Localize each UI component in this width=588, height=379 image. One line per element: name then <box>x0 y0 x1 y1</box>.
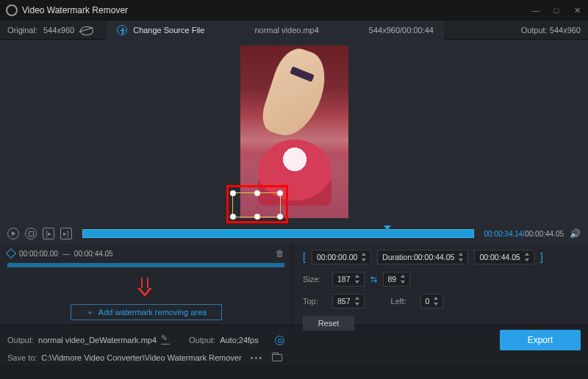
segment-duration-bar[interactable] <box>7 263 284 267</box>
range-start-bracket-icon[interactable]: [ <box>303 251 306 263</box>
source-tab: Change Source File normal video.mp4 544x… <box>107 21 444 40</box>
total-time: 00:00:44.05 <box>525 230 564 238</box>
time-range-row: [ 00:00:00.00 Duration:00:00:44.05 00:00… <box>303 250 578 264</box>
add-watermark-label: Add watermark removing area <box>98 308 207 317</box>
segment-start: 00:00:00.00 <box>19 250 58 258</box>
plus-icon: ＋ <box>86 307 94 318</box>
resize-handle[interactable] <box>277 190 283 196</box>
end-time-stepper[interactable] <box>523 252 531 262</box>
playback-bar: [▸ ▸] 00:00:34.14/00:00:44.05 🔊 <box>0 223 588 244</box>
annotation-arrow-icon <box>138 278 151 298</box>
output-file-label: Output: <box>7 336 34 344</box>
window-controls: — □ ✕ <box>531 6 582 15</box>
left-stepper[interactable] <box>432 296 440 306</box>
watermark-selection-area[interactable] <box>232 192 281 217</box>
start-time-stepper[interactable] <box>360 252 368 262</box>
top-field[interactable]: 857 <box>332 294 365 308</box>
source-filename: normal video.mp4 <box>254 26 318 35</box>
output-settings-icon[interactable] <box>275 336 284 345</box>
output-row: Output: normal video_DeWatermark.mp4 Out… <box>7 330 581 350</box>
left-field[interactable]: 0 <box>420 294 444 308</box>
change-source-button[interactable]: Change Source File <box>133 26 204 35</box>
size-height-field[interactable]: 89 <box>383 272 411 286</box>
parameters-area: 00:00:00.00 — 00:00:44.05 🗑 ＋ Add waterm… <box>0 244 588 325</box>
current-time: 00:00:34.14 <box>484 230 523 238</box>
time-readout: 00:00:34.14/00:00:44.05 <box>484 230 564 238</box>
titlebar: Video Watermark Remover — □ ✕ <box>0 0 588 21</box>
reset-row: Reset <box>303 316 578 331</box>
end-time-value: 00:00:44.05 <box>479 253 520 261</box>
segments-panel: 00:00:00.00 — 00:00:44.05 🗑 ＋ Add waterm… <box>0 244 293 325</box>
top-stepper[interactable] <box>354 296 361 306</box>
add-watermark-area-button[interactable]: ＋ Add watermark removing area <box>71 304 222 320</box>
export-button[interactable]: Export <box>500 330 581 350</box>
original-res-info: Original: 544x960 <box>7 26 92 35</box>
size-height-stepper[interactable] <box>399 274 406 284</box>
segment-icon <box>6 248 16 259</box>
original-label: Original: <box>7 26 37 35</box>
end-time-field[interactable]: 00:00:44.05 <box>474 250 534 264</box>
saveto-label: Save to: <box>7 353 37 362</box>
size-row: Size: 187 ⇆ 89 <box>303 272 578 286</box>
output-filename: normal video_DeWatermark.mp4 <box>38 336 157 344</box>
saveto-path: C:\Vidmore Video Converter\Video Waterma… <box>41 353 241 362</box>
size-width-field[interactable]: 187 <box>332 272 365 286</box>
properties-panel: [ 00:00:00.00 Duration:00:00:44.05 00:00… <box>293 244 588 325</box>
output-format-value: Auto;24fps <box>220 336 259 344</box>
set-start-button[interactable]: [▸ <box>43 228 54 239</box>
resize-handle[interactable] <box>277 214 283 220</box>
top-value: 857 <box>337 297 351 306</box>
output-format-label: Output: <box>189 336 215 344</box>
size-height-value: 89 <box>388 275 397 284</box>
source-res-time: 544x960/00:00:44 <box>369 26 434 35</box>
output-res-info: Output: 544x960 <box>521 26 581 35</box>
resize-handle[interactable] <box>254 190 260 196</box>
minimize-icon[interactable]: — <box>531 6 541 15</box>
output-res: 544x960 <box>550 26 581 35</box>
size-width-stepper[interactable] <box>354 274 361 284</box>
duration-field[interactable]: Duration:00:00:44.05 <box>377 250 468 264</box>
maximize-icon[interactable]: □ <box>551 6 562 15</box>
resize-handle[interactable] <box>230 190 236 196</box>
browse-path-button[interactable]: ••• <box>251 353 264 362</box>
info-toolbar: Original: 544x960 Change Source File nor… <box>0 21 588 40</box>
plus-circle-icon[interactable] <box>117 25 127 35</box>
size-label: Size: <box>303 275 326 284</box>
left-label: Left: <box>391 297 415 306</box>
range-end-bracket-icon[interactable]: ] <box>540 251 543 263</box>
saveto-row: Save to: C:\Vidmore Video Converter\Vide… <box>7 353 581 362</box>
visibility-toggle-icon[interactable] <box>80 26 92 34</box>
aspect-lock-icon[interactable]: ⇆ <box>370 275 377 284</box>
app-logo-icon <box>6 4 18 16</box>
volume-icon[interactable]: 🔊 <box>570 228 581 239</box>
resize-handle[interactable] <box>254 214 260 220</box>
duration-value: 00:00:44.05 <box>414 253 454 261</box>
segment-sep: — <box>62 250 70 258</box>
output-label: Output: <box>521 26 548 35</box>
duration-stepper[interactable] <box>457 252 465 262</box>
app-title: Video Watermark Remover <box>22 5 128 15</box>
rename-icon[interactable] <box>161 336 170 344</box>
top-label: Top: <box>303 297 326 306</box>
left-value: 0 <box>426 297 430 306</box>
video-preview[interactable] <box>0 40 588 223</box>
reset-button[interactable]: Reset <box>303 316 354 331</box>
delete-segment-icon[interactable]: 🗑 <box>276 248 284 259</box>
position-row: Top: 857 Left: 0 <box>303 294 578 308</box>
segment-end: 00:00:44.05 <box>74 250 113 258</box>
timeline-slider[interactable] <box>82 229 474 238</box>
size-width-value: 187 <box>337 275 351 284</box>
stop-button[interactable] <box>25 228 37 239</box>
timeline-cursor[interactable] <box>384 225 391 230</box>
segment-row[interactable]: 00:00:00.00 — 00:00:44.05 🗑 <box>7 248 284 259</box>
resize-handle[interactable] <box>230 214 236 220</box>
video-content <box>257 46 334 143</box>
start-time-field[interactable]: 00:00:00.00 <box>312 250 371 264</box>
set-end-button[interactable]: ▸] <box>60 228 72 239</box>
original-res: 544x960 <box>43 26 74 35</box>
close-icon[interactable]: ✕ <box>572 6 582 15</box>
output-bar: Output: normal video_DeWatermark.mp4 Out… <box>0 325 588 365</box>
open-folder-icon[interactable] <box>272 354 282 361</box>
duration-label: Duration: <box>382 253 414 261</box>
play-button[interactable] <box>7 228 19 239</box>
